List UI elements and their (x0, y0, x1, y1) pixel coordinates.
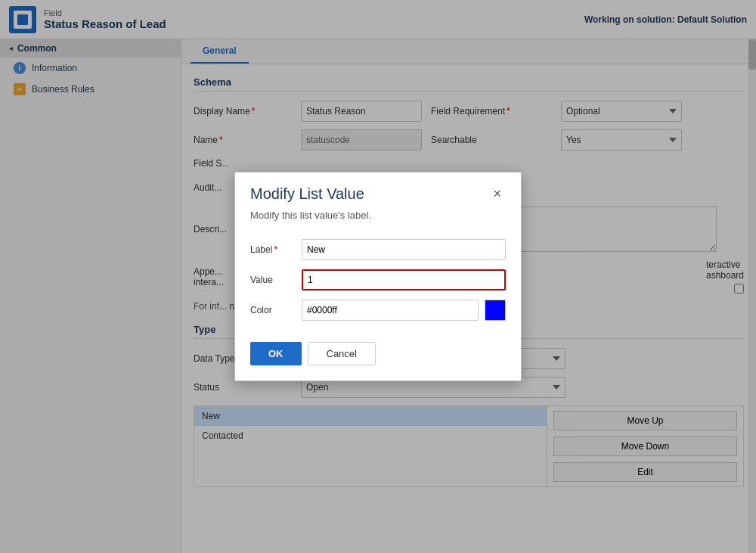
value-field-row: Value (250, 269, 506, 290)
color-field-label: Color (250, 305, 296, 315)
modify-list-value-dialog: Modify List Value × Modify this list val… (234, 172, 522, 381)
color-input[interactable] (302, 300, 479, 321)
modal-overlay: Modify List Value × Modify this list val… (0, 0, 756, 553)
ok-button[interactable]: OK (250, 342, 302, 365)
cancel-button[interactable]: Cancel (308, 342, 376, 365)
dialog-close-button[interactable]: × (488, 185, 506, 203)
color-preview (485, 300, 506, 321)
dialog-subtitle: Modify this list value's label. (235, 210, 521, 233)
dialog-title: Modify List Value (250, 185, 364, 203)
value-field-label: Value (250, 275, 296, 285)
value-input[interactable] (302, 269, 506, 290)
color-field-row: Color (250, 300, 506, 321)
label-field-row: Label* (250, 239, 506, 260)
dialog-body: Label* Value Color OK Cancel (235, 233, 521, 381)
label-input[interactable] (302, 239, 506, 260)
label-field-label: Label* (250, 244, 296, 255)
dialog-header: Modify List Value × (235, 172, 521, 210)
dialog-footer: OK Cancel (250, 330, 506, 365)
